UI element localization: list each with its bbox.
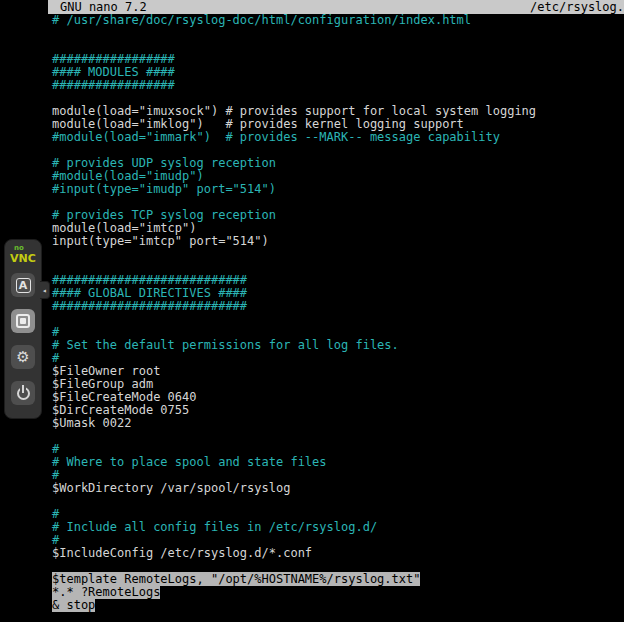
selected-text: *.* ?RemoteLogs — [52, 585, 160, 599]
vnc-button-group: A ⚙ — [11, 273, 35, 405]
selected-text: & stop — [52, 598, 95, 612]
power-button[interactable] — [11, 381, 35, 405]
terminal-line: # Set the default permissions for all lo… — [52, 339, 624, 352]
terminal-line: #module(load="immark") # provides --MARK… — [52, 131, 624, 144]
nano-version-title: GNU nano 7.2 — [60, 1, 147, 14]
terminal-line — [52, 495, 624, 508]
nano-filename: /etc/rsyslog. — [530, 1, 624, 14]
terminal-line: # Include all config files in /etc/rsysl… — [52, 521, 624, 534]
gear-icon: ⚙ — [16, 350, 29, 365]
fullscreen-button[interactable] — [11, 309, 35, 333]
novnc-logo-no: no — [10, 244, 36, 252]
power-icon — [16, 386, 31, 401]
terminal-line: #input(type="imudp" port="514") — [52, 183, 624, 196]
terminal-line: input(type="imtcp" port="514") — [52, 235, 624, 248]
terminal-line: *.* ?RemoteLogs — [52, 586, 624, 599]
terminal-line: $Umask 0022 — [52, 417, 624, 430]
terminal-line: $IncludeConfig /etc/rsyslog.d/*.conf — [52, 547, 624, 560]
terminal-line: ################# — [52, 79, 624, 92]
selected-text: $template RemoteLogs, "/opt/%HOSTNAME%/r… — [52, 572, 420, 586]
terminal-window[interactable]: GNU nano 7.2 /etc/rsyslog. # /usr/share/… — [48, 0, 624, 622]
terminal-line: # Where to place spool and state files — [52, 456, 624, 469]
terminal-line: # /usr/share/doc/rsyslog-doc/html/config… — [52, 14, 624, 27]
nano-titlebar: GNU nano 7.2 /etc/rsyslog. — [48, 0, 624, 14]
letter-a-icon: A — [16, 278, 31, 293]
terminal-line: ########################### — [52, 300, 624, 313]
extra-keys-button[interactable]: A — [11, 273, 35, 297]
fullscreen-icon — [16, 314, 30, 328]
terminal-line — [52, 313, 624, 326]
settings-button[interactable]: ⚙ — [11, 345, 35, 369]
desktop: GNU nano 7.2 /etc/rsyslog. # /usr/share/… — [0, 0, 624, 622]
terminal-line: $DirCreateMode 0755 — [52, 404, 624, 417]
terminal-line — [52, 248, 624, 261]
terminal-line — [52, 430, 624, 443]
terminal-line: $WorkDirectory /var/spool/rsyslog — [52, 482, 624, 495]
terminal-line: & stop — [52, 599, 624, 612]
novnc-logo: no VNC — [10, 244, 36, 265]
toolbar-collapse-handle[interactable]: ◂ — [40, 281, 50, 299]
vnc-toolbar: no VNC A ⚙ ◂ — [4, 239, 42, 419]
terminal-body[interactable]: # /usr/share/doc/rsyslog-doc/html/config… — [48, 14, 624, 612]
chevron-left-icon: ◂ — [42, 286, 47, 295]
novnc-logo-vnc: VNC — [10, 252, 36, 265]
terminal-line — [52, 27, 624, 40]
